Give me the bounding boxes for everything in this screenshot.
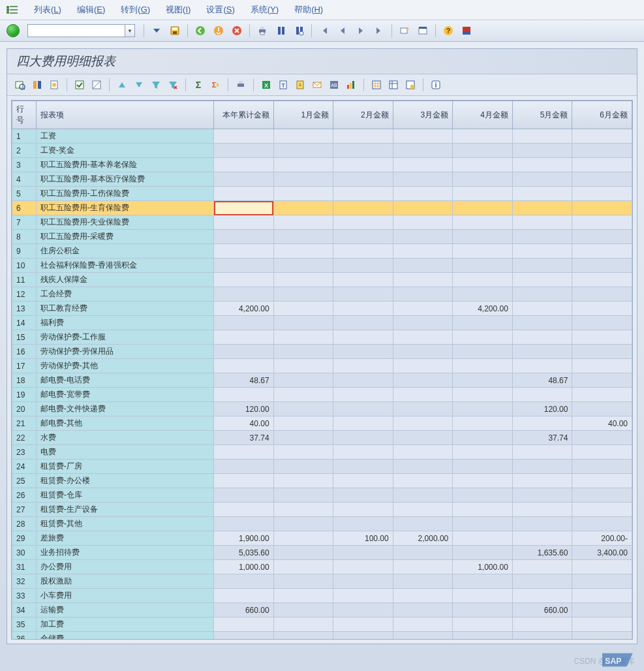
- cell-row[interactable]: 22: [12, 431, 37, 445]
- cell-item[interactable]: 运输费: [36, 603, 213, 617]
- cell-m1[interactable]: [273, 244, 333, 258]
- export-excel-icon[interactable]: X: [258, 78, 274, 92]
- cell-row[interactable]: 34: [12, 603, 37, 617]
- cell-m1[interactable]: [273, 287, 333, 302]
- command-dropdown[interactable]: ▼: [125, 24, 135, 37]
- prev-page-icon[interactable]: [335, 23, 350, 38]
- cell-m1[interactable]: [273, 316, 333, 330]
- back-icon[interactable]: [192, 23, 208, 38]
- table-row[interactable]: 17劳动保护费-其他: [12, 359, 632, 373]
- cell-m3[interactable]: [393, 330, 453, 345]
- col-header-m2[interactable]: 2月金额: [333, 101, 393, 129]
- menu-y[interactable]: 系统(Y): [251, 5, 279, 14]
- cell-row[interactable]: 20: [12, 402, 37, 416]
- cell-m4[interactable]: [453, 172, 513, 187]
- cell-m6[interactable]: [572, 201, 632, 215]
- table-row[interactable]: 6职工五险费用-生育保险费: [12, 201, 632, 215]
- cell-m4[interactable]: [453, 187, 513, 201]
- cell-m2[interactable]: [333, 330, 393, 345]
- cell-m1[interactable]: [273, 172, 333, 187]
- table-row[interactable]: 16劳动保护费-劳保用品: [12, 345, 632, 359]
- cell-m6[interactable]: [572, 560, 632, 574]
- cell-m4[interactable]: [453, 488, 513, 503]
- cell-m1[interactable]: [273, 445, 333, 460]
- cell-m2[interactable]: [333, 302, 393, 316]
- cell-row[interactable]: 3: [12, 158, 37, 172]
- cell-m3[interactable]: [393, 402, 453, 416]
- cell-ytd[interactable]: 1,000.00: [214, 560, 274, 574]
- cell-item[interactable]: 邮电费-电话费: [36, 373, 213, 388]
- cell-m5[interactable]: 37.74: [512, 431, 572, 445]
- cell-m5[interactable]: [512, 129, 572, 144]
- menu-e[interactable]: 编辑(E): [77, 5, 105, 14]
- cell-m4[interactable]: [453, 359, 513, 373]
- cell-item[interactable]: 股权激励: [36, 574, 213, 589]
- cell-row[interactable]: 21: [12, 416, 37, 431]
- cell-row[interactable]: 8: [12, 230, 37, 244]
- cell-m5[interactable]: [512, 287, 572, 302]
- cell-row[interactable]: 18: [12, 373, 37, 388]
- table-row[interactable]: 2工资-奖金: [12, 144, 632, 158]
- cell-m6[interactable]: [572, 144, 632, 158]
- print-preview-icon[interactable]: [46, 78, 62, 92]
- find-next-icon[interactable]: [291, 23, 307, 38]
- cell-item[interactable]: 邮电费-其他: [36, 416, 213, 431]
- cell-m1[interactable]: [273, 574, 333, 589]
- cell-ytd[interactable]: [214, 632, 274, 640]
- cell-m5[interactable]: [512, 531, 572, 546]
- cell-m2[interactable]: [333, 460, 393, 474]
- cell-ytd[interactable]: 660.00: [214, 603, 274, 617]
- cell-ytd[interactable]: [214, 460, 274, 474]
- cell-item[interactable]: 租赁费-厂房: [36, 460, 213, 474]
- cell-row[interactable]: 28: [12, 517, 37, 531]
- cell-m5[interactable]: [512, 215, 572, 230]
- exit-icon[interactable]: [211, 23, 226, 38]
- table-row[interactable]: 8职工五险费用-采暖费: [12, 230, 632, 244]
- cell-m5[interactable]: [512, 460, 572, 474]
- cell-m6[interactable]: [572, 244, 632, 258]
- cell-m3[interactable]: [393, 589, 453, 603]
- table-row[interactable]: 21邮电费-其他40.0040.00: [12, 416, 632, 431]
- cell-m4[interactable]: [453, 574, 513, 589]
- table-row[interactable]: 22水费37.7437.74: [12, 431, 632, 445]
- select-layout-icon[interactable]: [386, 78, 401, 92]
- cell-m3[interactable]: [393, 244, 453, 258]
- cell-m6[interactable]: [572, 187, 632, 201]
- cell-m6[interactable]: [572, 589, 632, 603]
- table-row[interactable]: 7职工五险费用-失业保险费: [12, 215, 632, 230]
- session-list-icon[interactable]: [415, 23, 431, 38]
- cell-m4[interactable]: [453, 316, 513, 330]
- cell-m4[interactable]: [453, 503, 513, 517]
- cell-m6[interactable]: [572, 488, 632, 503]
- cell-m1[interactable]: [273, 273, 333, 287]
- table-row[interactable]: 30业务招待费5,035.601,635.603,400.00: [12, 546, 632, 560]
- cell-m4[interactable]: [453, 388, 513, 402]
- cell-ytd[interactable]: 48.67: [214, 373, 274, 388]
- cell-m2[interactable]: [333, 345, 393, 359]
- cell-item[interactable]: 职工五险费用-生育保险费: [36, 201, 213, 215]
- cell-ytd[interactable]: [214, 330, 274, 345]
- cell-m2[interactable]: [333, 474, 393, 488]
- cell-m6[interactable]: [572, 273, 632, 287]
- cell-m2[interactable]: 100.00: [333, 531, 393, 546]
- cell-item[interactable]: 工会经费: [36, 287, 213, 302]
- cell-ytd[interactable]: [214, 445, 274, 460]
- col-header-m1[interactable]: 1月金额: [273, 101, 333, 129]
- cell-m3[interactable]: [393, 617, 453, 632]
- cell-row[interactable]: 15: [12, 330, 37, 345]
- cell-item[interactable]: 住房公积金: [36, 244, 213, 258]
- cell-item[interactable]: 电费: [36, 445, 213, 460]
- cell-item[interactable]: 办公费用: [36, 560, 213, 574]
- print-icon[interactable]: [254, 23, 270, 38]
- cell-m4[interactable]: [453, 273, 513, 287]
- save-icon[interactable]: [167, 23, 183, 38]
- cell-m3[interactable]: [393, 373, 453, 388]
- cell-m4[interactable]: [453, 402, 513, 416]
- cell-row[interactable]: 19: [12, 388, 37, 402]
- cell-m3[interactable]: [393, 187, 453, 201]
- cell-m2[interactable]: [333, 244, 393, 258]
- cell-ytd[interactable]: [214, 503, 274, 517]
- layout-icon[interactable]: [459, 23, 474, 38]
- cell-m5[interactable]: [512, 445, 572, 460]
- sum-icon[interactable]: Σ: [191, 78, 206, 92]
